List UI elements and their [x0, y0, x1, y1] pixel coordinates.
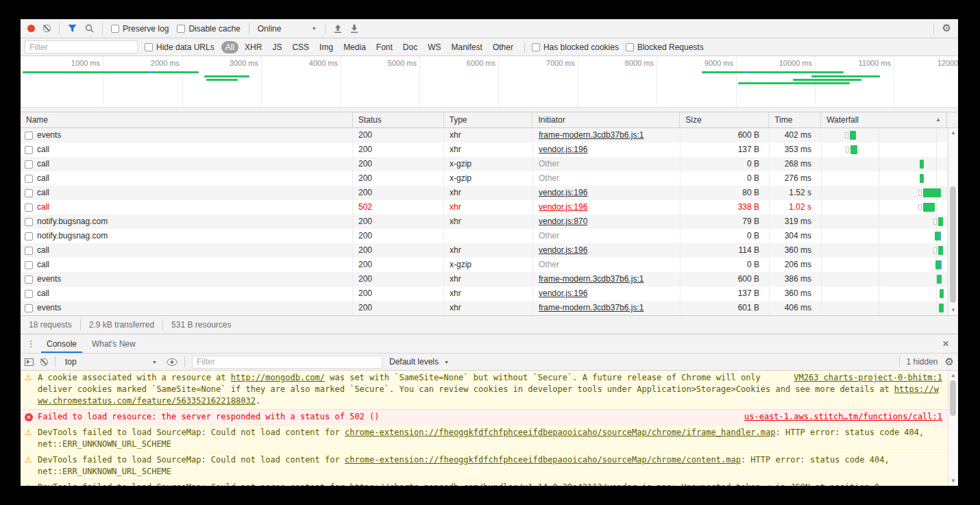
column-header-size[interactable]: Size [680, 112, 769, 127]
request-name-cell[interactable]: call [21, 186, 353, 200]
message-link[interactable]: https://www.chromestatus.com/feature/563… [38, 384, 939, 406]
network-request-row[interactable]: call200x-gzipOther0 B268 ms [21, 157, 958, 171]
row-checkbox[interactable] [25, 261, 33, 269]
checkbox-icon[interactable] [177, 25, 185, 33]
initiator-link[interactable]: vendor.js:196 [539, 202, 587, 212]
hide-data-urls-checkbox[interactable]: Hide data URLs [145, 42, 215, 52]
row-checkbox[interactable] [25, 204, 33, 212]
column-header-waterfall[interactable]: Waterfall ▲ [821, 112, 947, 127]
type-filter-css[interactable]: CSS [288, 41, 313, 53]
settings-gear-icon[interactable]: ⚙ [942, 23, 951, 34]
close-drawer-icon[interactable]: × [933, 334, 958, 353]
scrollbar-thumb[interactable] [950, 380, 956, 416]
network-scrollbar[interactable]: ▲ ▼ [948, 128, 958, 315]
column-header-initiator[interactable]: Initiator [532, 112, 680, 127]
throttling-dropdown[interactable]: Online ▼ [258, 24, 317, 34]
disable-cache-checkbox[interactable]: Disable cache [177, 24, 240, 34]
request-name-cell[interactable]: events [21, 128, 353, 143]
initiator-link[interactable]: frame-modern.3cdb37b6.js:1 [539, 274, 644, 284]
scroll-down-icon[interactable]: ▼ [948, 477, 958, 485]
scroll-down-icon[interactable]: ▼ [948, 306, 958, 315]
initiator-link[interactable]: vendor.js:196 [539, 245, 587, 255]
network-request-row[interactable]: call200xhrvendor.js:196137 B353 ms [21, 143, 958, 157]
request-name-cell[interactable]: events [21, 301, 353, 315]
type-filter-all[interactable]: All [221, 41, 238, 53]
network-request-row[interactable]: call200x-gzipOther0 B206 ms [21, 258, 958, 272]
preserve-log-checkbox[interactable]: Preserve log [111, 24, 169, 34]
row-checkbox[interactable] [25, 146, 33, 154]
scroll-up-icon[interactable]: ▲ [948, 371, 958, 380]
initiator-link[interactable]: vendor.js:196 [539, 188, 587, 197]
type-filter-img[interactable]: Img [315, 41, 337, 53]
message-link[interactable]: http://mongodb.com/ [231, 373, 325, 382]
blocked-requests-checkbox[interactable]: Blocked Requests [626, 42, 704, 52]
network-request-row[interactable]: events200xhrframe-modern.3cdb37b6.js:160… [21, 128, 958, 143]
request-name-cell[interactable]: call [21, 243, 353, 258]
console-settings-gear-icon[interactable]: ⚙ [945, 357, 954, 367]
checkbox-icon[interactable] [532, 43, 540, 51]
type-filter-xhr[interactable]: XHR [241, 41, 266, 53]
network-request-row[interactable]: call200x-gzipOther0 B276 ms [21, 171, 958, 186]
column-header-type[interactable]: Type [444, 112, 533, 127]
column-header-time[interactable]: Time [769, 112, 821, 127]
message-link[interactable]: chrome-extension://fheoggkfdfchfphceeifd… [345, 455, 741, 465]
has-blocked-cookies-checkbox[interactable]: Has blocked cookies [532, 42, 619, 52]
type-filter-js[interactable]: JS [268, 41, 286, 53]
request-name-cell[interactable]: notify.bugsnag.com [21, 214, 353, 229]
network-request-row[interactable]: call502xhrvendor.js:196338 B1.02 s [21, 200, 958, 214]
scroll-up-icon[interactable]: ▲ [948, 129, 958, 137]
type-filter-media[interactable]: Media [339, 41, 370, 53]
request-name-cell[interactable]: call [21, 143, 353, 157]
request-name-cell[interactable]: notify.bugsnag.com [21, 229, 353, 243]
column-header-name[interactable]: Name [21, 112, 353, 127]
network-request-row[interactable]: call200xhrvendor.js:19680 B1.52 s [21, 186, 958, 200]
message-source-link[interactable]: us-east-1.aws.stitch…tm/functions/call:1 [744, 411, 942, 423]
checkbox-icon[interactable] [626, 43, 634, 51]
initiator-link[interactable]: vendor.js:870 [539, 217, 587, 226]
row-checkbox[interactable] [25, 232, 33, 241]
scrollbar-thumb[interactable] [950, 186, 956, 303]
row-checkbox[interactable] [25, 189, 33, 197]
network-filter-input[interactable] [25, 40, 138, 53]
import-har-icon[interactable] [334, 25, 342, 33]
request-name-cell[interactable]: call [21, 286, 353, 301]
network-request-row[interactable]: call200xhrvendor.js:196137 B360 ms [21, 286, 958, 301]
sort-asc-icon[interactable]: ▲ [935, 112, 941, 127]
console-scrollbar[interactable]: ▲ ▼ [948, 371, 958, 486]
console-sidebar-toggle-icon[interactable] [25, 358, 34, 366]
request-name-cell[interactable]: call [21, 157, 353, 171]
type-filter-manifest[interactable]: Manifest [448, 41, 487, 53]
message-source-link[interactable]: VM263 charts-project-0-bhitm:1 [794, 372, 942, 384]
message-link[interactable]: https://charts.mongodb.com/bundles/v1.14… [350, 482, 672, 486]
request-name-cell[interactable]: call [21, 171, 353, 186]
row-checkbox[interactable] [25, 160, 33, 169]
request-name-cell[interactable]: events [21, 272, 353, 286]
type-filter-font[interactable]: Font [372, 41, 397, 53]
request-name-cell[interactable]: call [21, 258, 353, 272]
initiator-link[interactable]: vendor.js:196 [539, 145, 587, 154]
row-checkbox[interactable] [25, 247, 33, 255]
network-request-row[interactable]: notify.bugsnag.com200Other0 B304 ms [21, 229, 958, 243]
record-icon[interactable] [27, 25, 35, 32]
type-filter-doc[interactable]: Doc [399, 41, 421, 53]
network-request-row[interactable]: notify.bugsnag.com200xhrvendor.js:87079 … [21, 214, 958, 229]
type-filter-other[interactable]: Other [489, 41, 517, 53]
message-link[interactable]: chrome-extension://fheoggkfdfchfphceeifd… [345, 428, 776, 437]
clear-network-log-icon[interactable] [43, 25, 51, 32]
search-icon[interactable] [85, 24, 94, 33]
tab-whats-new[interactable]: What's New [86, 334, 141, 353]
row-checkbox[interactable] [25, 175, 33, 183]
network-request-row[interactable]: events200xhrframe-modern.3cdb37b6.js:160… [21, 272, 958, 286]
tab-console[interactable]: Console [41, 334, 82, 353]
clear-console-icon[interactable] [40, 358, 48, 366]
initiator-link[interactable]: vendor.js:196 [539, 288, 587, 298]
export-har-icon[interactable] [350, 25, 358, 33]
log-levels-dropdown[interactable]: Default levels ▼ [389, 357, 449, 367]
execution-context-dropdown[interactable]: top ▼ [62, 357, 160, 367]
checkbox-icon[interactable] [111, 25, 119, 33]
filter-funnel-icon[interactable] [68, 24, 77, 33]
console-filter-input[interactable] [192, 356, 382, 369]
network-overview-timeline[interactable]: 1000 ms2000 ms3000 ms4000 ms5000 ms6000 … [21, 56, 958, 112]
eye-icon[interactable] [167, 358, 177, 366]
request-name-cell[interactable]: call [21, 200, 353, 214]
